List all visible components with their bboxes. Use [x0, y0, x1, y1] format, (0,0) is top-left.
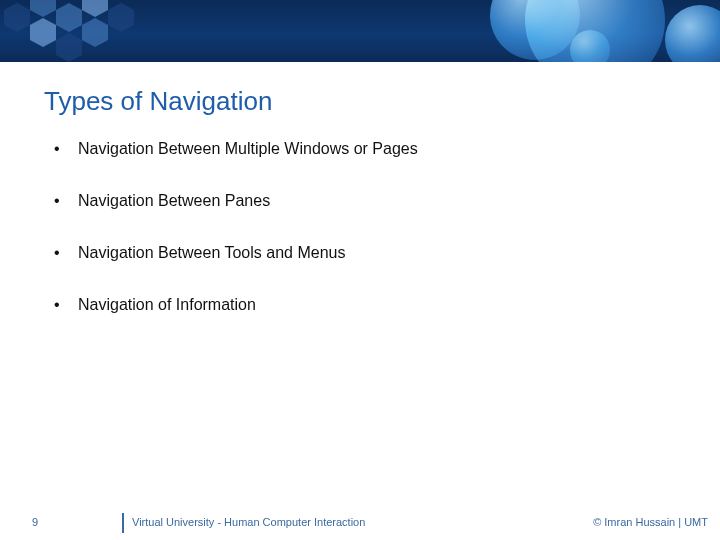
- list-item: Navigation Between Multiple Windows or P…: [44, 140, 676, 158]
- page-number: 9: [32, 516, 38, 528]
- list-item: Navigation Between Tools and Menus: [44, 244, 676, 262]
- topbar-decoration: [0, 0, 720, 62]
- footer-copyright: © Imran Hussain | UMT: [593, 516, 708, 528]
- bullet-list: Navigation Between Multiple Windows or P…: [44, 140, 676, 314]
- slide: Types of Navigation Navigation Between M…: [0, 0, 720, 540]
- slide-body: Navigation Between Multiple Windows or P…: [44, 140, 676, 348]
- footer-center: Virtual University - Human Computer Inte…: [132, 516, 365, 528]
- list-item: Navigation of Information: [44, 296, 676, 314]
- footer-separator: [122, 513, 124, 533]
- footer: 9 Virtual University - Human Computer In…: [0, 510, 720, 540]
- slide-title: Types of Navigation: [44, 86, 272, 117]
- list-item: Navigation Between Panes: [44, 192, 676, 210]
